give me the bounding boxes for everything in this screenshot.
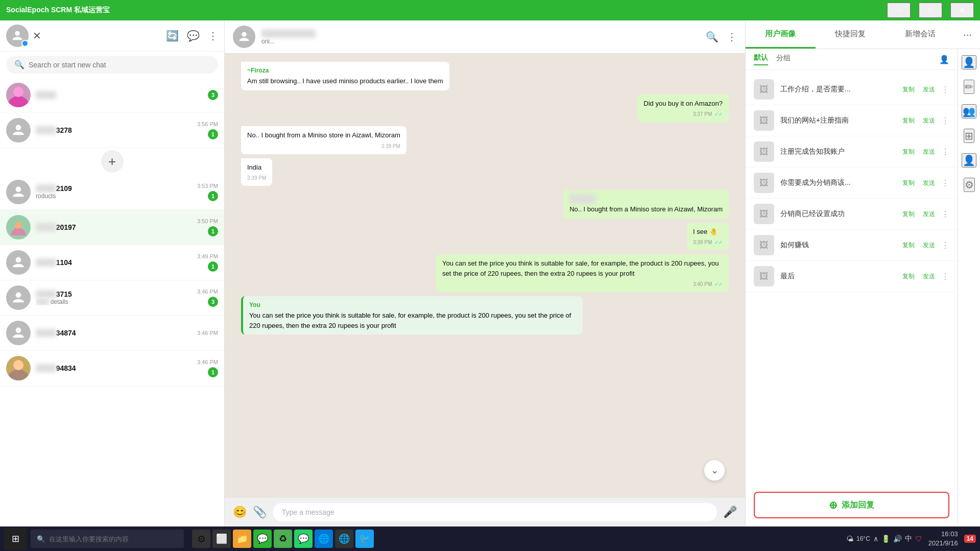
copy-button[interactable]: 复制 — [900, 115, 917, 126]
copy-button[interactable]: 复制 — [900, 271, 917, 282]
tab-quick-reply[interactable]: 快捷回复 — [816, 21, 886, 49]
list-item[interactable]: ████3278 3:56 PM 1 — [0, 113, 224, 148]
qr-more-button[interactable]: ⋮ — [941, 241, 949, 250]
sync-icon[interactable]: 🔄 — [166, 30, 179, 42]
search-chat-button[interactable]: 🔍 — [706, 31, 719, 43]
copy-button[interactable]: 复制 — [900, 178, 917, 188]
svg-point-2 — [13, 87, 23, 97]
add-reply-button[interactable]: ⊕ 添加回复 — [754, 492, 949, 518]
clock-time: 16:03 — [928, 530, 958, 539]
user-search-button[interactable]: 👤 — [939, 55, 949, 64]
minimize-button[interactable]: − — [887, 3, 911, 18]
mic-button[interactable]: 🎤 — [723, 506, 737, 519]
taskbar-search-input[interactable] — [49, 535, 178, 543]
quick-reply-item[interactable]: 🖼 最后 复制 发送 ⋮ — [746, 261, 958, 292]
message-bubble: India 3:39 PM — [241, 158, 272, 186]
copy-button[interactable]: 复制 — [900, 209, 917, 220]
quick-reply-item[interactable]: 🖼 如何赚钱 复制 发送 ⋮ — [746, 230, 958, 261]
svg-point-7 — [16, 257, 21, 262]
qr-image-icon: 🖼 — [754, 173, 774, 193]
chat-header-icons: 🔍 ⋮ — [706, 31, 737, 43]
quick-reply-item[interactable]: 🖼 我们的网站+注册指南 复制 发送 ⋮ — [746, 105, 958, 136]
taskbar-recycle[interactable]: ♻ — [274, 530, 292, 548]
list-item[interactable]: ████34874 3:46 PM — [0, 316, 224, 351]
send-button[interactable]: 发送 — [921, 209, 937, 220]
list-item[interactable]: ████20197 3:50 PM 1 — [0, 210, 224, 245]
chat-info: ████2109 roducts — [36, 184, 192, 200]
x-button[interactable]: ✕ — [33, 30, 41, 42]
list-item[interactable]: ████ 3 — [0, 78, 224, 113]
send-button[interactable]: 发送 — [921, 147, 937, 157]
qr-more-button[interactable]: ⋮ — [941, 85, 949, 94]
more-tabs-button[interactable]: ··· — [955, 20, 980, 49]
send-button[interactable]: 发送 — [921, 84, 937, 95]
attach-button[interactable]: 📎 — [253, 506, 267, 519]
sub-tab-group[interactable]: 分组 — [776, 54, 791, 65]
taskbar-chrome[interactable]: 🌐 — [335, 530, 353, 548]
chat-meta: 3 — [208, 90, 218, 100]
taskbar-edge[interactable]: 🌐 — [315, 530, 333, 548]
copy-button[interactable]: 复制 — [900, 240, 917, 251]
scroll-down-button[interactable]: ⌄ — [704, 460, 725, 481]
tab-user-portrait[interactable]: 用户画像 — [746, 21, 816, 49]
input-method[interactable]: 中 — [905, 534, 912, 543]
chat-icon[interactable]: 💬 — [187, 30, 200, 42]
chat-time: 3:46 PM — [197, 289, 218, 295]
user-icon[interactable]: 👤 — [962, 55, 976, 69]
list-item[interactable]: ████1104 3:49 PM 1 — [0, 245, 224, 280]
copy-button[interactable]: 复制 — [900, 84, 917, 95]
start-button[interactable]: ⊞ — [4, 528, 27, 550]
chat-more-button[interactable]: ⋮ — [727, 31, 737, 43]
copy-button[interactable]: 复制 — [900, 147, 917, 157]
edit-icon[interactable]: ✏ — [964, 80, 974, 94]
more-icon[interactable]: ⋮ — [208, 30, 218, 42]
volume-icon[interactable]: 🔊 — [893, 535, 902, 543]
chat-info: ████ — [36, 91, 203, 99]
send-button[interactable]: 发送 — [921, 115, 937, 126]
qr-more-button[interactable]: ⋮ — [941, 272, 949, 281]
taskbar-cortana[interactable]: ⊙ — [192, 530, 210, 548]
quick-reply-item[interactable]: 🖼 你需要成为分销商该... 复制 发送 ⋮ — [746, 167, 958, 199]
send-button[interactable]: 发送 — [921, 271, 937, 282]
qr-more-button[interactable]: ⋮ — [941, 116, 949, 126]
qr-more-button[interactable]: ⋮ — [941, 178, 949, 188]
send-button[interactable]: 发送 — [921, 178, 937, 188]
quick-reply-item[interactable]: 🖼 工作介绍，是否需要... 复制 发送 ⋮ — [746, 74, 958, 105]
show-hidden-icons[interactable]: ∧ — [873, 535, 878, 543]
quick-reply-item[interactable]: 🖼 分销商已经设置成功 复制 发送 ⋮ — [746, 199, 958, 230]
group-icon[interactable]: 👥 — [962, 104, 976, 118]
sidebar: ✕ 🔄 💬 ⋮ 🔍 ████ 3 — [0, 20, 225, 526]
taskbar-task-view[interactable]: ⬜ — [212, 530, 231, 548]
qr-actions: 复制 发送 ⋮ — [900, 115, 949, 126]
taskbar-file[interactable]: 📁 — [233, 530, 251, 548]
search-input[interactable] — [29, 61, 210, 69]
grid-icon[interactable]: ⊞ — [964, 129, 974, 143]
sub-tab-default[interactable]: 默认 — [754, 53, 768, 65]
list-item[interactable]: ████94834 3:46 PM 1 — [0, 351, 224, 386]
message-input[interactable] — [273, 503, 717, 521]
chat-info: ████1104 — [36, 258, 192, 267]
taskbar-twitter[interactable]: 🐦 — [355, 530, 374, 548]
qr-more-button[interactable]: ⋮ — [941, 209, 949, 219]
close-button[interactable]: ✕ — [950, 3, 974, 18]
tab-new-chat[interactable]: 新增会话 — [886, 21, 955, 49]
contact-icon[interactable]: 👤 — [962, 153, 976, 167]
quick-reply-item[interactable]: 🖼 注册完成告知我账户 复制 发送 ⋮ — [746, 136, 958, 167]
message-row: ~Firoza Am still browsing.. I have used … — [241, 62, 729, 90]
list-item[interactable]: ████2109 roducts 3:53 PM 1 — [0, 175, 224, 210]
list-item[interactable]: ████3715 ███ details 3:46 PM 3 — [0, 280, 224, 316]
message-time: 3:39 PM ✓✓ — [693, 238, 723, 246]
chat-name: ████2109 — [36, 184, 192, 193]
settings-icon[interactable]: ⚙ — [964, 178, 975, 192]
svg-point-8 — [16, 292, 21, 298]
qr-more-button[interactable]: ⋮ — [941, 147, 949, 157]
emoji-button[interactable]: 😊 — [233, 506, 247, 519]
notification-badge[interactable]: 14 — [964, 535, 976, 543]
chat-meta: 3:46 PM — [197, 330, 218, 336]
add-chat-button[interactable]: + — [101, 150, 124, 173]
taskbar-chat[interactable]: 💬 — [253, 530, 272, 548]
chat-name: ████3278 — [36, 126, 192, 134]
send-button[interactable]: 发送 — [921, 240, 937, 251]
taskbar-whatsapp[interactable]: 💬 — [294, 530, 313, 548]
maximize-button[interactable]: □ — [919, 3, 942, 18]
